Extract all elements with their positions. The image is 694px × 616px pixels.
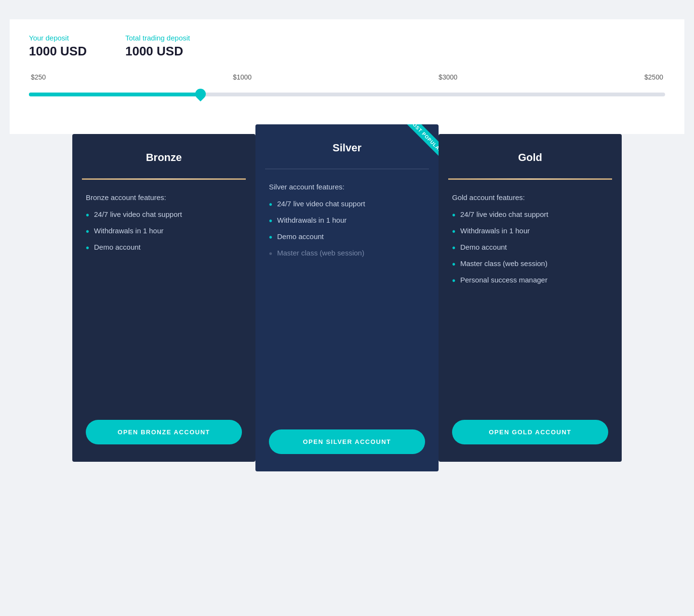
bronze-features-list: 24/7 live video chat support Withdrawals…	[86, 210, 242, 253]
cards-section: Bronze Bronze account features: 24/7 liv…	[10, 134, 684, 471]
slider-label-0: $250	[31, 73, 46, 81]
bronze-features-label: Bronze account features:	[86, 193, 242, 201]
silver-card-header: Silver	[255, 124, 439, 169]
bronze-card-header: Bronze	[72, 134, 255, 178]
bronze-feature-2: Demo account	[86, 243, 242, 253]
total-deposit-value: 1000 USD	[125, 44, 190, 59]
page-wrapper: Your deposit 1000 USD Total trading depo…	[0, 0, 694, 616]
gold-feature-1: Withdrawals in 1 hour	[452, 227, 608, 236]
slider-track-wrapper[interactable]	[29, 86, 665, 110]
gold-feature-2: Demo account	[452, 243, 608, 253]
gold-feature-0: 24/7 live video chat support	[452, 210, 608, 220]
silver-features-label: Silver account features:	[269, 183, 425, 191]
silver-card-title: Silver	[265, 142, 429, 154]
bronze-feature-1: Withdrawals in 1 hour	[86, 227, 242, 236]
gold-card: Gold Gold account features: 24/7 live vi…	[439, 134, 622, 462]
slider-label-1: $1000	[233, 73, 252, 81]
silver-card: MOST POPULAR Silver Silver account featu…	[255, 124, 439, 471]
gold-card-title: Gold	[448, 151, 612, 164]
slider-label-3: $2500	[644, 73, 663, 81]
silver-feature-1: Withdrawals in 1 hour	[269, 216, 425, 226]
bronze-card: Bronze Bronze account features: 24/7 liv…	[72, 134, 255, 462]
slider-labels: $250 $1000 $3000 $2500	[29, 73, 665, 81]
your-deposit-label: Your deposit	[29, 34, 87, 42]
gold-features-label: Gold account features:	[452, 193, 608, 201]
silver-feature-0: 24/7 live video chat support	[269, 200, 425, 209]
total-deposit-label: Total trading deposit	[125, 34, 190, 42]
total-deposit-item: Total trading deposit 1000 USD	[125, 34, 190, 59]
bronze-card-footer: OPEN BRONZE ACCOUNT	[72, 410, 255, 462]
deposit-section: Your deposit 1000 USD Total trading depo…	[10, 19, 684, 68]
gold-feature-4: Personal success manager	[452, 276, 608, 285]
bronze-card-body: Bronze account features: 24/7 live video…	[72, 180, 255, 410]
silver-card-footer: OPEN SILVER ACCOUNT	[255, 420, 439, 471]
slider-label-2: $3000	[439, 73, 457, 81]
gold-features-list: 24/7 live video chat support Withdrawals…	[452, 210, 608, 285]
slider-track	[29, 93, 665, 96]
bronze-card-title: Bronze	[82, 151, 246, 164]
your-deposit-item: Your deposit 1000 USD	[29, 34, 87, 59]
silver-card-body: Silver account features: 24/7 live video…	[255, 169, 439, 420]
gold-feature-3: Master class (web session)	[452, 259, 608, 269]
open-gold-button[interactable]: OPEN GOLD ACCOUNT	[452, 420, 608, 444]
slider-fill	[29, 93, 200, 96]
your-deposit-value: 1000 USD	[29, 44, 87, 59]
silver-features-list: 24/7 live video chat support Withdrawals…	[269, 200, 425, 258]
open-bronze-button[interactable]: OPEN BRONZE ACCOUNT	[86, 420, 242, 444]
bronze-feature-0: 24/7 live video chat support	[86, 210, 242, 220]
open-silver-button[interactable]: OPEN SILVER ACCOUNT	[269, 429, 425, 454]
gold-card-footer: OPEN GOLD ACCOUNT	[439, 410, 622, 462]
silver-feature-2: Demo account	[269, 232, 425, 242]
slider-thumb[interactable]	[193, 86, 208, 101]
silver-feature-3: Master class (web session)	[269, 249, 425, 258]
gold-card-header: Gold	[439, 134, 622, 178]
gold-card-body: Gold account features: 24/7 live video c…	[439, 180, 622, 410]
